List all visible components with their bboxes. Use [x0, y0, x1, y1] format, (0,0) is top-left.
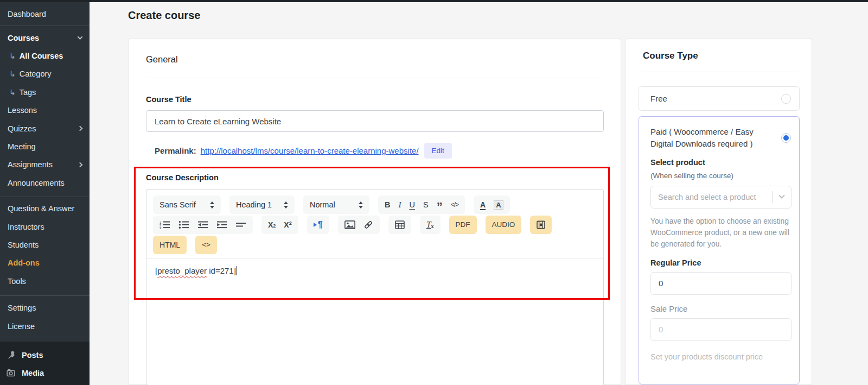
sidebar-item-label: Assignments [8, 160, 53, 169]
align-icon [235, 220, 246, 229]
editor-content-area[interactable]: [presto_player id=271] [146, 258, 603, 283]
sidebar-item-license[interactable]: License [0, 317, 90, 335]
regular-price-label: Regular Price [650, 258, 791, 267]
heading-select[interactable]: Heading 1 [229, 195, 295, 214]
sidebar-item-students[interactable]: Students [0, 236, 90, 254]
sidebar-item-label: All Courses [20, 52, 63, 60]
audio-button[interactable]: AUDIO [492, 221, 515, 229]
select-product-label: Select product [650, 158, 791, 167]
triangle-icon [314, 223, 317, 227]
bullet-list-button[interactable] [178, 220, 189, 229]
course-description-label: Course Description [146, 173, 219, 182]
sidebar-item-all-courses[interactable]: ↳ All Courses [0, 47, 90, 65]
course-type-option-paid[interactable]: Paid ( Woocommerce / Easy Digital Downlo… [639, 116, 800, 384]
regular-price-input[interactable] [650, 272, 792, 295]
shortcode-button[interactable]: <> [202, 241, 210, 249]
sidebar-item-label: Quizzes [8, 124, 36, 133]
edit-permalink-button[interactable]: Edit [424, 143, 452, 159]
superscript-button[interactable]: X2 [284, 221, 291, 229]
submenu-arrow-icon: ↳ [9, 88, 16, 97]
product-select[interactable]: Search and select a product [650, 186, 792, 209]
pin-icon [7, 350, 16, 360]
film-icon [537, 220, 545, 229]
course-title-input[interactable] [146, 110, 604, 132]
product-helper-text: You have the option to choose an existin… [650, 216, 793, 250]
bullet-list-icon [178, 220, 189, 229]
sidebar-item-settings[interactable]: Settings [0, 299, 90, 317]
sidebar-item-label: Tags [20, 88, 36, 97]
camera-icon [7, 368, 16, 378]
text-cursor [237, 266, 238, 275]
indent-icon [216, 220, 227, 229]
sale-price-input[interactable] [650, 318, 792, 341]
permalink-link[interactable]: http://localhost/lms/course/learn-to-cre… [201, 146, 419, 155]
editor-toolbar: Sans Serif Heading 1 Normal B I U [146, 190, 603, 258]
font-family-select[interactable]: Sans Serif [153, 195, 221, 214]
radio-unselected-icon[interactable] [781, 94, 791, 104]
sidebar-item-courses[interactable]: Courses [0, 29, 90, 47]
underline-button[interactable]: U [409, 201, 414, 209]
ordered-list-button[interactable]: 1 2 3 [159, 220, 170, 229]
sidebar-item-label: Category [20, 70, 52, 78]
chevron-right-icon [78, 126, 83, 131]
italic-button[interactable]: I [398, 201, 401, 209]
inline-code-button[interactable]: </> [451, 201, 458, 208]
submenu-arrow-icon: ↳ [9, 52, 16, 60]
sidebar-item-label: Posts [22, 351, 43, 359]
ordered-list-icon: 1 2 3 [159, 220, 170, 229]
course-type-title: Course Type [643, 51, 698, 61]
sidebar-item-add-ons[interactable]: Add-ons [0, 254, 90, 272]
sidebar-item-dashboard[interactable]: Dashboard [0, 2, 90, 26]
course-type-option-free[interactable]: Free [639, 86, 800, 111]
sidebar-item-label: Announcements [8, 179, 65, 187]
sidebar-item-label: Add-ons [8, 258, 40, 267]
sidebar-item-assignments[interactable]: Assignments [0, 156, 90, 174]
sidebar-item-meeting[interactable]: Meeting [0, 137, 90, 155]
sidebar-item-announcements[interactable]: Announcements [0, 174, 90, 192]
text-direction-button[interactable]: ¶ [314, 220, 323, 229]
permalink-label: Permalink: [155, 146, 196, 155]
sidebar-item-label: Meeting [8, 142, 36, 151]
sidebar-item-label: Settings [8, 304, 36, 312]
blockquote-button[interactable]: ” [437, 201, 443, 213]
bold-button[interactable]: B [385, 201, 390, 209]
sidebar-item-label: Courses [8, 34, 39, 42]
highlight-color-button[interactable]: A [494, 200, 503, 210]
align-button[interactable] [235, 220, 246, 229]
outdent-button[interactable] [197, 220, 208, 229]
sidebar-item-media[interactable]: Media [0, 364, 90, 382]
insert-table-button[interactable] [395, 220, 405, 229]
submenu-arrow-icon: ↳ [9, 70, 16, 78]
pdf-button[interactable]: PDF [456, 221, 470, 229]
indent-button[interactable] [216, 220, 227, 229]
sidebar-item-tools[interactable]: Tools [0, 272, 90, 290]
sidebar-item-label: Lessons [8, 106, 37, 115]
clear-formatting-button[interactable]: Tx [426, 220, 434, 229]
general-card: General Course Title Permalink: http://l… [128, 39, 621, 385]
sidebar-item-label: Tools [8, 277, 26, 286]
sidebar-item-label: License [8, 322, 35, 331]
radio-selected-icon[interactable] [781, 133, 791, 143]
insert-image-button[interactable] [344, 220, 355, 229]
subscript-button[interactable]: X2 [268, 221, 276, 229]
sidebar-item-posts[interactable]: Posts [0, 346, 90, 364]
html-button[interactable]: HTML [159, 241, 180, 249]
updown-icon [359, 201, 363, 209]
sidebar-item-tags[interactable]: ↳ Tags [0, 83, 90, 101]
divider [772, 191, 773, 203]
admin-bar [0, 0, 868, 2]
video-button[interactable] [537, 220, 545, 229]
size-select[interactable]: Normal [303, 195, 369, 214]
insert-link-button[interactable] [363, 220, 373, 229]
sidebar-item-quizzes[interactable]: Quizzes [0, 119, 90, 137]
strikethrough-button[interactable]: S [423, 201, 429, 209]
sidebar-item-instructors[interactable]: Instructors [0, 218, 90, 236]
updown-icon [210, 201, 214, 209]
free-label: Free [650, 94, 667, 103]
sidebar-item-category[interactable]: ↳ Category [0, 65, 90, 83]
sale-price-label: Sale Price [650, 304, 791, 313]
section-title: General [146, 54, 178, 65]
sidebar-item-question-answer[interactable]: Question & Answer [0, 200, 90, 218]
sidebar-item-lessons[interactable]: Lessons [0, 102, 90, 119]
text-color-button[interactable]: A [480, 201, 486, 209]
